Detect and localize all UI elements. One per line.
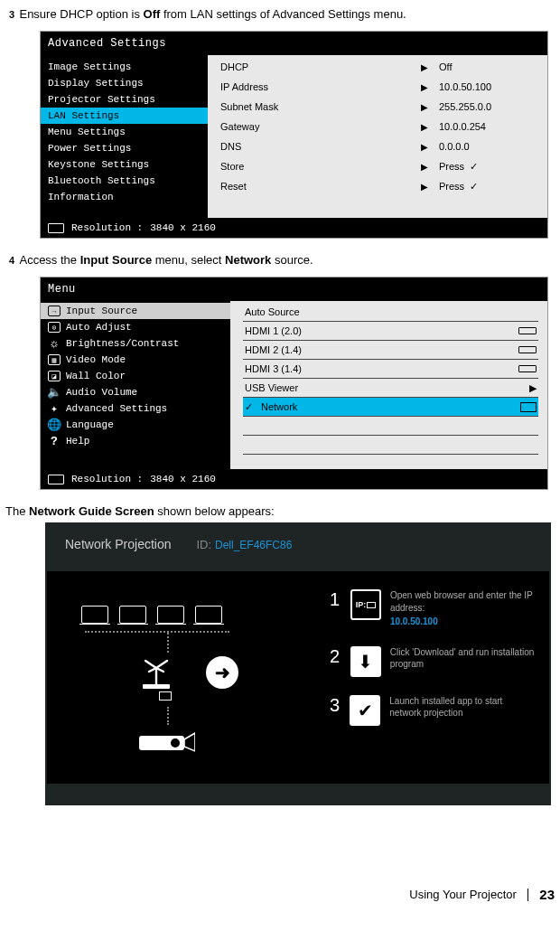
network-projection-title: Network Projection xyxy=(65,537,172,551)
setting-row-dns[interactable]: DNS▶0.0.0.0 xyxy=(220,136,538,156)
step-description: Open web browser and enter the IP addres… xyxy=(390,590,533,613)
text: from LAN settings of Advanced Settings m… xyxy=(160,7,406,21)
sidebar-item-image-settings[interactable]: Image Settings xyxy=(41,59,208,75)
svg-point-2 xyxy=(171,738,180,748)
display-icon xyxy=(48,475,64,484)
setting-row-ip[interactable]: IP Address▶10.0.50.100 xyxy=(220,77,538,97)
text: Access the xyxy=(19,253,79,267)
menu-item-advanced-settings[interactable]: ✦Advanced Settings xyxy=(41,400,230,417)
screen-icon xyxy=(520,402,537,412)
bold-text: Input Source xyxy=(80,253,152,267)
source-hdmi3[interactable]: HDMI 3 (1.4) xyxy=(243,360,538,379)
network-guide-panel: Network Projection ID: Dell_EF46FC86 ➜ xyxy=(45,522,551,805)
setting-row-subnet[interactable]: Subnet Mask▶255.255.0.0 xyxy=(220,97,538,117)
sidebar-item-information[interactable]: Information xyxy=(41,189,208,205)
check-icon: ✓ xyxy=(245,401,261,413)
divider xyxy=(527,889,529,901)
ethernet-icon xyxy=(159,691,322,703)
resolution-value: 3840 x 2160 xyxy=(150,222,216,233)
arrow-right-circle-icon: ➜ xyxy=(206,656,238,689)
bold-text: Network Guide Screen xyxy=(29,504,154,518)
text: The xyxy=(5,504,29,518)
step-3-instruction: 3 Ensure DHCP option is Off from LAN set… xyxy=(9,7,555,21)
setting-row-dhcp[interactable]: DHCP▶Off xyxy=(220,57,538,77)
net-step-3: 3 ✔ Launch installed app to start networ… xyxy=(330,695,535,726)
source-empty xyxy=(243,417,538,436)
step-number: 1 xyxy=(330,589,341,610)
input-icon: → xyxy=(48,306,61,316)
text: source. xyxy=(271,253,313,267)
chevron-right-icon: ▶ xyxy=(421,162,439,172)
source-auto[interactable]: Auto Source xyxy=(243,303,538,322)
menu-item-brightness-contrast[interactable]: ☼Brightness/Contrast xyxy=(41,335,230,352)
id-value: Dell_EF46FC86 xyxy=(215,539,292,551)
panel-title: Advanced Settings xyxy=(41,32,547,55)
resolution-footer: Resolution : 3840 x 2160 xyxy=(41,469,547,489)
menu-item-audio-volume[interactable]: 🔈Audio Volume xyxy=(41,384,230,400)
net-step-1: 1 IP: Open web browser and enter the IP … xyxy=(330,589,535,628)
connection-line xyxy=(167,707,322,725)
chevron-right-icon: ▶ xyxy=(421,182,439,192)
step-number: 3 xyxy=(330,695,341,716)
text: menu, select xyxy=(152,253,225,267)
chevron-right-icon: ▶ xyxy=(529,382,537,394)
menu-item-video-mode[interactable]: ▦Video Mode xyxy=(41,352,230,368)
projector-icon xyxy=(137,729,322,757)
step-4-instruction: 4 Access the Input Source menu, select N… xyxy=(9,253,555,267)
check-icon: ✓ xyxy=(470,161,478,172)
menu-item-wall-color[interactable]: ◪Wall Color xyxy=(41,368,230,384)
chevron-right-icon: ▶ xyxy=(421,142,439,152)
source-network[interactable]: ✓Network xyxy=(243,398,538,417)
laptop-icon xyxy=(195,606,222,624)
menu-item-language[interactable]: 🌐Language xyxy=(41,417,230,433)
setting-row-store[interactable]: Store▶Press✓ xyxy=(220,156,538,176)
menu-panel: Menu →Input Source ⊙Auto Adjust ☼Brightn… xyxy=(34,271,554,495)
source-hdmi2[interactable]: HDMI 2 (1.4) xyxy=(243,341,538,360)
menu-item-help[interactable]: ?Help xyxy=(41,433,230,449)
network-diagram: ➜ xyxy=(65,589,322,757)
step-number: 3 xyxy=(9,9,14,20)
step-description: Click 'Download' and run installation pr… xyxy=(390,646,535,671)
sidebar-item-lan-settings[interactable]: LAN Settings xyxy=(41,108,208,124)
svg-rect-0 xyxy=(143,684,170,689)
setting-row-gateway[interactable]: Gateway▶10.0.0.254 xyxy=(220,117,538,136)
sidebar-item-bluetooth-settings[interactable]: Bluetooth Settings xyxy=(41,173,208,189)
chevron-right-icon: ▶ xyxy=(421,82,439,92)
sidebar-item-display-settings[interactable]: Display Settings xyxy=(41,75,208,91)
globe-icon: 🌐 xyxy=(48,419,61,430)
hdmi-port-icon xyxy=(518,327,537,334)
sidebar-item-projector-settings[interactable]: Projector Settings xyxy=(41,91,208,108)
input-source-content: Auto Source HDMI 1 (2.0) HDMI 2 (1.4) HD… xyxy=(230,301,547,469)
step-number: 4 xyxy=(9,255,14,266)
hdmi-port-icon xyxy=(518,346,537,353)
setting-row-reset[interactable]: Reset▶Press✓ xyxy=(220,176,538,196)
speaker-icon: 🔈 xyxy=(48,387,61,398)
sidebar-item-keystone-settings[interactable]: Keystone Settings xyxy=(41,156,208,173)
source-hdmi1[interactable]: HDMI 1 (2.0) xyxy=(243,322,538,341)
resolution-footer: Resolution : 3840 x 2160 xyxy=(41,218,547,238)
source-empty xyxy=(243,436,538,455)
resolution-label: Resolution : xyxy=(71,474,143,484)
menu-sidebar: →Input Source ⊙Auto Adjust ☼Brightness/C… xyxy=(41,301,230,469)
bold-text: Network xyxy=(225,253,271,267)
sidebar-item-power-settings[interactable]: Power Settings xyxy=(41,140,208,156)
chevron-right-icon: ▶ xyxy=(421,102,439,112)
film-icon: ▦ xyxy=(48,354,61,365)
menu-item-auto-adjust[interactable]: ⊙Auto Adjust xyxy=(41,319,230,335)
laptop-icon xyxy=(81,606,108,624)
connection-line xyxy=(167,633,322,653)
network-steps: 1 IP: Open web browser and enter the IP … xyxy=(322,589,535,757)
chevron-right-icon: ▶ xyxy=(421,62,439,72)
sidebar-item-menu-settings[interactable]: Menu Settings xyxy=(41,124,208,140)
bold-text: Off xyxy=(144,7,161,21)
text: Ensure DHCP option is xyxy=(19,7,143,21)
step-description: Launch installed app to start network pr… xyxy=(389,695,535,719)
net-step-2: 2 ⬇ Click 'Download' and run installatio… xyxy=(330,646,535,677)
display-icon xyxy=(48,223,64,233)
source-usb-viewer[interactable]: USB Viewer▶ xyxy=(243,379,538,398)
download-icon: ⬇ xyxy=(350,646,381,677)
advanced-sidebar: Image Settings Display Settings Projecto… xyxy=(41,55,208,218)
router-icon xyxy=(135,659,177,686)
menu-item-input-source[interactable]: →Input Source xyxy=(41,303,230,319)
advanced-settings-panel: Advanced Settings Image Settings Display… xyxy=(34,25,554,244)
